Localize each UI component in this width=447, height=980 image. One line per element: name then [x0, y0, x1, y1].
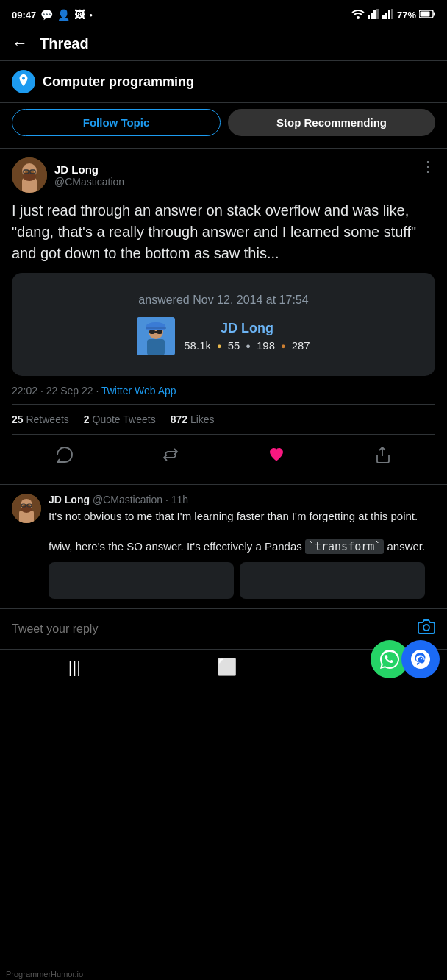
- notification-icon: 👤: [57, 9, 70, 21]
- more-options-button[interactable]: ⋮: [421, 157, 435, 175]
- floating-apps: [371, 640, 440, 678]
- svg-rect-6: [385, 13, 387, 19]
- image-placeholder-2: [240, 562, 425, 599]
- reply-avatar[interactable]: [12, 494, 41, 523]
- battery: 77%: [397, 10, 416, 21]
- likes-stat: 872 Likes: [171, 413, 215, 425]
- whatsapp-status-icon: 💬: [40, 9, 53, 21]
- time: 09:47: [12, 10, 36, 21]
- likes-label: Likes: [190, 413, 215, 425]
- nav-back-gesture[interactable]: |||: [68, 658, 81, 677]
- image-placeholder-1: [49, 562, 234, 599]
- stats-row: 25 Retweets 2 Quote Tweets 872 Likes: [12, 404, 435, 435]
- svg-rect-11: [421, 11, 430, 16]
- svg-rect-22: [147, 339, 165, 355]
- retweet-button[interactable]: [151, 442, 190, 467]
- reply-images: [49, 562, 425, 599]
- code-transform: `transform`: [305, 539, 384, 554]
- quote-count: 2: [84, 413, 90, 425]
- reply-text-2: fwiw, here's the SO answer. It's effecti…: [49, 539, 425, 555]
- svg-rect-2: [371, 13, 373, 19]
- avatar[interactable]: [12, 157, 47, 193]
- reply-tweet: JD Long @CMastication · 11h It's not obv…: [0, 485, 447, 608]
- like-button[interactable]: [257, 442, 296, 467]
- follow-topic-button[interactable]: Follow Topic: [12, 109, 221, 136]
- shazam-icon[interactable]: [401, 640, 440, 678]
- top-nav: ← Thread: [0, 26, 447, 61]
- status-left: 09:47 💬 👤 🖼 ●: [12, 9, 93, 21]
- svg-rect-3: [373, 10, 376, 19]
- tweet-text: I just read through an answer on stack o…: [12, 200, 435, 264]
- topic-icon: [12, 70, 35, 93]
- retweets-label: Retweets: [26, 413, 68, 425]
- back-button[interactable]: ←: [12, 34, 28, 53]
- svg-rect-4: [376, 9, 379, 19]
- quote-label: Quote Tweets: [93, 413, 156, 425]
- watermark: ProgrammerHumor.io: [0, 968, 89, 980]
- avatar-image: [12, 157, 47, 193]
- so-avatar-image: [137, 317, 175, 355]
- share-button[interactable]: [362, 442, 402, 467]
- reply-time: · 11h: [165, 494, 188, 505]
- topic-buttons: Follow Topic Stop Recommending: [0, 103, 447, 149]
- reply-input-field[interactable]: [12, 622, 410, 636]
- so-username: JD Long: [184, 321, 310, 336]
- bronze-dot: ●: [281, 341, 286, 350]
- camera-icon[interactable]: [418, 618, 435, 640]
- reply-meta: JD Long @CMastication · 11h: [49, 494, 425, 505]
- topic-bar: Computer programming: [0, 61, 447, 103]
- tweet-meta: 22:02 · 22 Sep 22 · Twitter Web App: [12, 385, 435, 397]
- embedded-card: answered Nov 12, 2014 at 17:54: [12, 273, 435, 376]
- svg-rect-10: [434, 12, 435, 15]
- tweet-header: JD Long @CMastication ⋮: [12, 157, 435, 193]
- reply-info: JD Long @CMastication · 11h It's not obv…: [49, 494, 425, 599]
- stop-recommending-button[interactable]: Stop Recommending: [228, 109, 435, 136]
- svg-rect-5: [382, 15, 385, 19]
- author-row: JD Long @CMastication: [12, 157, 124, 193]
- svg-rect-24: [157, 330, 162, 334]
- author-info: JD Long @CMastication: [54, 163, 124, 188]
- svg-rect-7: [388, 10, 390, 19]
- svg-rect-1: [368, 15, 370, 19]
- author-name: JD Long: [54, 163, 124, 176]
- svg-rect-23: [149, 330, 155, 334]
- so-stats: 58.1k ● 55 ● 198 ● 287: [184, 339, 310, 352]
- status-right: 77%: [351, 9, 435, 21]
- signal-bars-2: [382, 9, 394, 21]
- so-score: 58.1k: [184, 339, 211, 352]
- main-tweet: JD Long @CMastication ⋮ I just read thro…: [0, 149, 447, 485]
- silver-count: 198: [257, 339, 275, 352]
- svg-point-37: [423, 625, 429, 631]
- gold-count: 55: [228, 339, 240, 352]
- signal-bars: [368, 9, 379, 21]
- svg-rect-8: [391, 9, 393, 19]
- bronze-count: 287: [292, 339, 310, 352]
- tweet-source[interactable]: Twitter Web App: [101, 385, 176, 397]
- nav-title: Thread: [40, 35, 89, 52]
- so-user-row: JD Long 58.1k ● 55 ● 198 ● 287: [29, 317, 418, 355]
- quote-tweets-stat: 2 Quote Tweets: [84, 413, 156, 425]
- so-user-info: JD Long 58.1k ● 55 ● 198 ● 287: [184, 321, 310, 352]
- reply-button[interactable]: [45, 442, 85, 467]
- so-avatar: [137, 317, 175, 355]
- reply-author-name: JD Long: [49, 494, 90, 505]
- status-bar: 09:47 💬 👤 🖼 ●: [0, 0, 447, 26]
- gallery-icon: 🖼: [74, 9, 85, 21]
- dot-indicator: ●: [89, 12, 93, 18]
- svg-point-0: [357, 16, 360, 19]
- topic-name: Computer programming: [43, 74, 435, 90]
- author-handle: @CMastication: [54, 176, 124, 188]
- answered-line: answered Nov 12, 2014 at 17:54: [29, 294, 418, 307]
- reply-author-row: JD Long @CMastication · 11h It's not obv…: [12, 494, 435, 599]
- retweet-count: 25: [12, 413, 24, 425]
- action-bar: [12, 435, 435, 475]
- reply-text-1: It's not obvious to me that I'm learning…: [49, 508, 425, 525]
- likes-count: 872: [171, 413, 187, 425]
- reply-handle: @CMastication: [93, 494, 162, 505]
- tweet-time: 22:02 · 22 Sep 22: [12, 385, 93, 397]
- nav-home-gesture[interactable]: ⬜: [217, 658, 237, 677]
- battery-icon: [419, 10, 435, 21]
- gold-dot: ●: [217, 341, 222, 350]
- retweets-stat: 25 Retweets: [12, 413, 69, 425]
- wifi-icon: [351, 9, 365, 21]
